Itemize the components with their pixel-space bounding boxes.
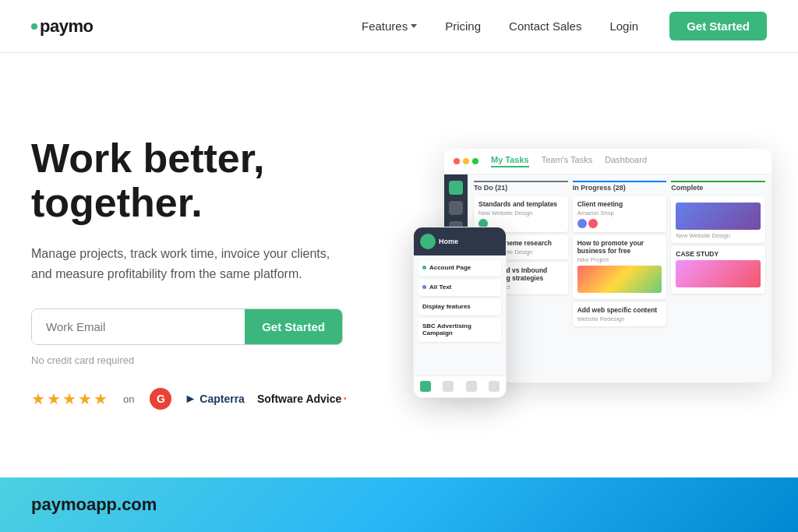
- status-dot-blue-icon: [422, 285, 426, 289]
- footer-bar: paymoapp.com: [0, 477, 798, 532]
- footer-domain: paymoapp.com: [31, 495, 157, 515]
- card2-avatars: [577, 219, 662, 228]
- star-half: ★: [94, 389, 108, 408]
- card-complete-1-sub: New Website Design: [676, 232, 761, 239]
- card3-sub: Nike Project: [577, 256, 662, 263]
- mobile-content: Account Page All Text Display features: [414, 255, 506, 375]
- contact-link[interactable]: Contact Sales: [509, 19, 581, 33]
- email-form: Get Started: [31, 308, 343, 345]
- dot-green: [472, 158, 478, 164]
- col-todo-header: To Do (21): [474, 181, 568, 193]
- nav-get-started-button[interactable]: Get Started: [669, 12, 767, 41]
- nav-contact[interactable]: Contact Sales: [509, 19, 581, 33]
- mobile-app-overlay: Home Account Page All Text: [413, 227, 507, 398]
- nav-features[interactable]: Features: [362, 19, 417, 33]
- mobile-card-3-title: Display features: [422, 303, 497, 310]
- star-3: ★: [62, 389, 76, 408]
- hero-section: Work better, together. Manage projects, …: [0, 53, 798, 477]
- col-complete-header: Complete: [671, 181, 765, 193]
- hero-left: Work better, together. Manage projects, …: [31, 53, 421, 477]
- mobile-nav-more-icon[interactable]: [489, 381, 500, 392]
- headline-line2: together.: [31, 180, 203, 225]
- card1-title: Standards and templates: [478, 200, 563, 208]
- mobile-header: Home: [414, 227, 506, 255]
- card-case-image: [676, 260, 761, 287]
- hero-get-started-button[interactable]: Get Started: [245, 309, 342, 344]
- nav-login[interactable]: Login: [609, 19, 638, 33]
- mobile-nav-time-icon[interactable]: [466, 381, 477, 392]
- kanban-card-complete-1: New Website Design: [671, 196, 765, 243]
- logo-dot: [31, 23, 37, 30]
- email-input[interactable]: [32, 309, 245, 344]
- headline-line1: Work better,: [31, 136, 265, 181]
- app-window-header: My Tasks Team's Tasks Dashboard: [444, 149, 772, 174]
- star-rating: ★ ★ ★ ★ ★: [31, 389, 108, 408]
- status-dot-icon: [422, 266, 426, 270]
- hero-get-started-label: Get Started: [262, 320, 325, 333]
- dot-yellow: [463, 158, 469, 164]
- software-advice-label: Software Advice: [257, 393, 341, 405]
- mobile-card-2: All Text: [418, 280, 501, 296]
- app-preview-container: My Tasks Team's Tasks Dashboard: [421, 133, 772, 398]
- col-progress-header: In Progress (28): [573, 181, 667, 193]
- nav-links: Features Pricing Contact Sales Login: [362, 19, 638, 33]
- avatar-2: [577, 219, 587, 228]
- features-label: Features: [362, 19, 408, 33]
- kanban-card-2: Client meeting Amazon Shop: [573, 196, 667, 232]
- card1-sub: New Website Design: [478, 210, 563, 217]
- star-4: ★: [78, 389, 92, 408]
- login-label: Login: [609, 19, 638, 33]
- tab-teams[interactable]: Team's Tasks: [542, 155, 592, 167]
- tab-dashboard[interactable]: Dashboard: [605, 155, 647, 167]
- mobile-card-3: Display features: [418, 299, 501, 315]
- card3-image: [577, 266, 662, 293]
- mobile-title: Home: [439, 238, 458, 245]
- nav-get-started-label: Get Started: [687, 19, 750, 33]
- sidebar-home-icon[interactable]: [449, 181, 463, 195]
- star-2: ★: [47, 389, 61, 408]
- card3-title: How to promote your business for free: [577, 239, 662, 255]
- logo-text: paymo: [40, 16, 93, 37]
- kanban-col-complete: Complete New Website Design CASE STUDY: [671, 181, 765, 374]
- dot-red: [454, 158, 460, 164]
- software-advice-logo[interactable]: Software Advice·: [257, 391, 347, 407]
- sidebar-tasks-icon[interactable]: [449, 201, 463, 215]
- hero-right: My Tasks Team's Tasks Dashboard: [421, 53, 772, 477]
- capterra-label: Capterra: [200, 393, 245, 405]
- mobile-nav-home-icon[interactable]: [420, 381, 431, 392]
- capterra-logo[interactable]: ► Capterra: [184, 392, 244, 406]
- no-credit-text: No credit card required: [31, 354, 405, 366]
- kanban-card-6: Add web specific content Website Redesig…: [573, 302, 667, 326]
- card6-sub: Website Redesign: [577, 315, 662, 322]
- mobile-avatar: [420, 234, 436, 249]
- pricing-label: Pricing: [445, 19, 481, 33]
- on-text: on: [123, 393, 134, 405]
- kanban-board: To Do (21) Standards and templates New W…: [468, 174, 772, 380]
- avatar-3: [588, 219, 598, 228]
- mobile-card-4-title: SBC Advertising Campaign: [422, 322, 497, 336]
- card2-sub: Amazon Shop: [577, 210, 662, 217]
- mobile-nav-tasks-icon[interactable]: [443, 381, 454, 392]
- logo[interactable]: paymo: [31, 16, 93, 37]
- pricing-link[interactable]: Pricing: [445, 19, 481, 33]
- card2-title: Client meeting: [577, 200, 662, 208]
- app-tabs: My Tasks Team's Tasks Dashboard: [491, 155, 647, 167]
- mobile-card-1-title: Account Page: [422, 264, 497, 271]
- card-shoe-image: [676, 203, 761, 230]
- mobile-card-1: Account Page: [418, 260, 501, 277]
- mobile-card-4: SBC Advertising Campaign: [418, 319, 501, 342]
- mobile-bottom-nav: [414, 375, 506, 397]
- card-complete-2-title: CASE STUDY: [676, 250, 761, 258]
- ratings-row: ★ ★ ★ ★ ★ on G ► Capterra Software Advic…: [31, 388, 405, 410]
- navbar: paymo Features Pricing Contact Sales Log…: [0, 0, 798, 53]
- tab-my-tasks[interactable]: My Tasks: [491, 155, 529, 167]
- window-dots: [454, 158, 478, 164]
- chevron-down-icon: [411, 24, 417, 28]
- g2-logo[interactable]: G: [150, 388, 171, 410]
- login-link[interactable]: Login: [609, 19, 638, 33]
- contact-label: Contact Sales: [509, 19, 581, 33]
- features-link[interactable]: Features: [362, 19, 417, 33]
- hero-subtext: Manage projects, track work time, invoic…: [31, 244, 343, 284]
- kanban-card-complete-2: CASE STUDY: [671, 246, 765, 294]
- nav-pricing[interactable]: Pricing: [445, 19, 481, 33]
